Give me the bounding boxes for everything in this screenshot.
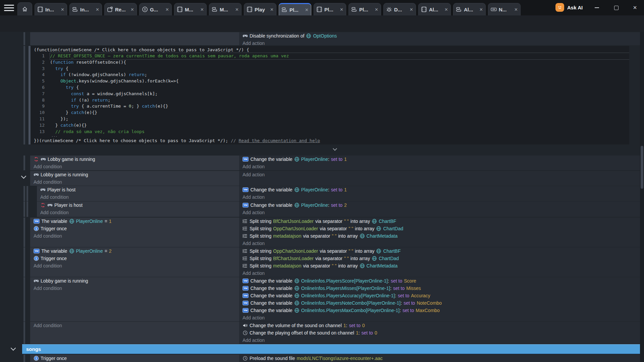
condition-row[interactable]: Var The variable PlayerOnline = 2 <box>30 247 239 255</box>
action-row[interactable]: Change the volume of the sound on channe… <box>239 322 643 329</box>
tab-m[interactable]: M...✕ <box>209 3 241 15</box>
close-tab-icon[interactable]: ✕ <box>270 7 274 12</box>
close-tab-icon[interactable]: ✕ <box>165 7 169 12</box>
tab-pl[interactable]: Pl...✕ <box>279 3 311 15</box>
condition-cell[interactable]: Lobby game is running Add condition <box>30 277 239 321</box>
add-action-link[interactable]: Add action <box>239 314 643 321</box>
tab-home[interactable] <box>17 2 32 15</box>
action-row[interactable]: Split string OppChartJsonLoader via sepa… <box>239 247 643 255</box>
close-tab-icon[interactable]: ✕ <box>375 7 378 12</box>
action-row[interactable]: Split string metadatajson via separator … <box>239 232 643 240</box>
tab-d[interactable]: D...✕ <box>383 3 416 15</box>
action-row[interactable]: Disable synchronization of OptOptions <box>239 32 643 40</box>
condition-cell[interactable]: Player is host Add condition <box>37 186 239 201</box>
close-tab-icon[interactable]: ✕ <box>305 8 309 12</box>
add-condition-link[interactable]: Add condition <box>30 178 239 186</box>
condition-cell[interactable]: Player is host Add condition <box>37 201 239 217</box>
close-tab-icon[interactable]: ✕ <box>235 7 239 12</box>
add-action-link[interactable]: Add action <box>239 40 643 45</box>
close-tab-icon[interactable]: ✕ <box>61 7 64 12</box>
add-condition-link[interactable]: Add condition <box>30 163 239 170</box>
close-tab-icon[interactable]: ✕ <box>340 7 343 12</box>
tab-al[interactable]: Al...✕ <box>418 3 451 15</box>
tab-n[interactable]: N...✕ <box>488 3 521 15</box>
condition-row[interactable]: Lobby game is running <box>30 171 239 178</box>
subevent-player-is-host[interactable]: Player is host Add condition Var Change … <box>22 186 643 201</box>
collapse-chevron-icon[interactable] <box>333 146 337 151</box>
ask-ai-button[interactable]: Ask AI <box>555 3 583 12</box>
close-tab-icon[interactable]: ✕ <box>96 7 99 12</box>
action-row[interactable]: Preload the sound file mods\LNCT\songs\a… <box>239 355 643 362</box>
collapse-chevron-icon[interactable] <box>21 174 26 179</box>
tab-al[interactable]: Al...✕ <box>453 3 486 15</box>
tab-in[interactable]: In...✕ <box>69 3 102 15</box>
action-row[interactable]: Var Change the variable OnlineInfos.Play… <box>239 307 643 314</box>
condition-cell[interactable]: Lobby game is running Add condition <box>30 171 239 186</box>
action-row[interactable]: Change the playing offset of the sound o… <box>239 329 643 337</box>
condition-row[interactable]: Var The variable PlayerOnline = 1 <box>30 218 239 225</box>
action-row[interactable]: Var Change the variable OnlineInfos.Play… <box>239 299 643 307</box>
condition-row[interactable]: Trigger once <box>30 355 239 362</box>
condition-row[interactable]: Player is host <box>37 186 239 193</box>
code-header[interactable]: (function(runtimeScene /* Click here to … <box>31 47 629 53</box>
event-lobby-running[interactable]: Lobby game is running Add condition Add … <box>22 171 643 186</box>
documentation-link[interactable]: Read the documentation and help <box>238 138 320 143</box>
tab-play[interactable]: Play✕ <box>244 3 276 15</box>
add-action-link[interactable]: Add action <box>239 209 643 216</box>
scrollbar-thumb[interactable] <box>641 146 643 189</box>
add-condition-link[interactable]: Add condition <box>30 322 239 329</box>
action-row[interactable]: Split string OppChartJsonLoader via sepa… <box>239 225 643 232</box>
add-action-link[interactable]: Add action <box>239 269 643 277</box>
close-tab-icon[interactable]: ✕ <box>514 7 518 12</box>
condition-cell[interactable]: Trigger once <box>30 355 239 362</box>
add-condition-link[interactable]: Add condition <box>30 232 239 240</box>
action-row[interactable]: Split string BfChartJsonLoader via separ… <box>239 255 643 262</box>
condition-row[interactable]: Trigger once <box>30 225 239 232</box>
minimize-button[interactable] <box>592 3 601 12</box>
tab-pl[interactable]: Pl...✕ <box>314 3 346 15</box>
group-songs[interactable]: songs <box>22 344 643 354</box>
action-row[interactable]: Var Change the variable OnlineInfos.Play… <box>239 285 643 292</box>
condition-cell[interactable]: Var The variable PlayerOnline = 2 Trigge… <box>30 247 239 277</box>
event-playeronline-2[interactable]: Var The variable PlayerOnline = 2 Trigge… <box>22 247 643 277</box>
action-row[interactable]: Var Change the variable OnlineInfos.Play… <box>239 277 643 285</box>
tab-in[interactable]: In...✕ <box>35 3 67 15</box>
close-tab-icon[interactable]: ✕ <box>200 7 204 12</box>
condition-row[interactable]: Lobby game is running <box>30 277 239 285</box>
add-condition-link[interactable]: Add condition <box>30 285 239 292</box>
tab-g[interactable]: G...✕ <box>139 3 172 15</box>
add-action-link[interactable]: Add action <box>239 171 643 178</box>
event-online-infos[interactable]: Lobby game is running Add condition Var … <box>22 277 643 321</box>
add-action-link[interactable]: Add action <box>239 163 643 170</box>
condition-row[interactable]: Player is host <box>37 201 239 209</box>
event-partial-top[interactable]: Disable synchronization of OptOptions Ad… <box>22 32 643 45</box>
vertical-scrollbar[interactable] <box>640 32 644 362</box>
event-lobby-inverted[interactable]: Lobby game is running Add condition Var … <box>22 156 643 170</box>
code-footer[interactable]: })(runtimeScene /* Click here to choose … <box>31 137 629 144</box>
add-condition-link[interactable]: Add condition <box>37 209 239 216</box>
maximize-button[interactable] <box>612 3 621 12</box>
condition-cell[interactable]: Add condition <box>30 322 239 344</box>
condition-row[interactable]: Trigger once <box>30 255 239 262</box>
condition-cell[interactable] <box>30 32 239 45</box>
condition-cell[interactable]: Lobby game is running Add condition <box>30 156 239 170</box>
event-js-code[interactable]: (function(runtimeScene /* Click here to … <box>22 46 643 144</box>
event-preload-song[interactable]: Trigger once Preload the sound file mods… <box>22 355 643 362</box>
close-tab-icon[interactable]: ✕ <box>130 7 134 12</box>
close-window-button[interactable]: ✕ <box>631 3 639 12</box>
condition-row[interactable]: Lobby game is running <box>30 156 239 163</box>
group-collapse-chevron-icon[interactable] <box>11 346 16 351</box>
add-condition-link[interactable]: Add condition <box>37 193 239 201</box>
tab-m[interactable]: M...✕ <box>174 3 207 15</box>
close-tab-icon[interactable]: ✕ <box>479 7 483 12</box>
action-row[interactable]: Split string BfChartJsonLoader via separ… <box>239 218 643 225</box>
main-menu-button[interactable] <box>4 3 14 12</box>
event-sound-reset[interactable]: Add condition Change the volume of the s… <box>22 322 643 344</box>
action-row[interactable]: Var Change the variable PlayerOnline: se… <box>239 156 643 163</box>
js-code-editor[interactable]: (function(runtimeScene /* Click here to … <box>29 46 629 144</box>
action-row[interactable]: Var Change the variable PlayerOnline: se… <box>239 201 643 209</box>
add-action-link[interactable]: Add action <box>239 240 643 247</box>
subevent-player-is-host-inverted[interactable]: Player is host Add condition Var Change … <box>22 201 643 217</box>
add-action-link[interactable]: Add action <box>239 193 643 201</box>
close-tab-icon[interactable]: ✕ <box>444 7 448 12</box>
